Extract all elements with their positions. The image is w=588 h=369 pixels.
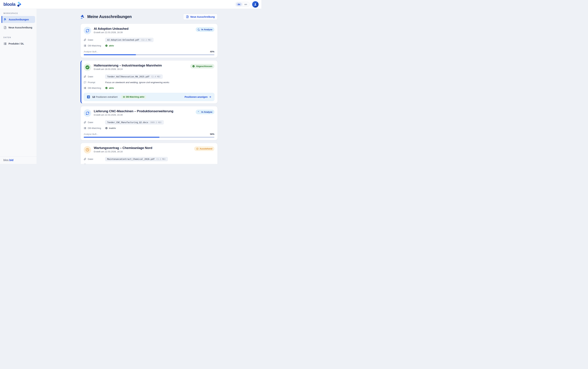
status-badge-in-analyse: In Analyse [196,27,214,32]
file-label: Datei [88,75,93,78]
db-matching-badge-label: DB-Matching aktiv [126,96,145,98]
file-pill: AI-Adoption-Unleashed.pdf (12.1 MB) [105,38,153,42]
check-circle-icon [85,65,90,70]
new-tender-button[interactable]: Neue Ausschreibung [183,14,218,20]
card-created-date: Erstellt am 22.03.2026, 16:39 [94,31,196,34]
bloola-logo[interactable]: bloola [3,1,22,8]
message-square-icon [84,164,86,164]
logo-diamonds-icon [16,1,22,8]
file-size: (1.1 MB) [156,158,166,160]
file-pill: Tender_HallRenovation_MA_2025.pdf (2.4 M… [105,74,163,79]
show-positions-label: Positionen anzeigen [185,96,208,98]
prompt-label: Prompt [88,81,95,84]
prompt-label: Prompt [88,164,95,164]
db-matching-label: DB-Matching [88,44,101,47]
language-switch: de en [235,2,250,7]
card-avatar [84,109,91,117]
file-row: Datei MaintenanceContract_Chemical_2026.… [84,157,214,161]
file-name: Tender_CNC_Manufacturing_Q2.docx [107,121,148,124]
show-positions-link[interactable]: Positionen anzeigen [185,96,211,98]
database-list-icon [84,127,86,129]
file-label: Datei [88,158,93,160]
tender-card-ai-adoption[interactable]: AI Adoption Unleashed Erstellt am 22.03.… [81,24,218,58]
file-name: Tender_HallRenovation_MA_2025.pdf [107,75,149,78]
file-label: Datei [88,39,93,41]
file-name: MaintenanceContract_Chemical_2026.pdf [107,158,155,160]
file-pill: MaintenanceContract_Chemical_2026.pdf (1… [105,157,168,161]
page-title: Meine Ausschreibungen [87,14,132,19]
main-content: Meine Ausschreibungen Neue Ausschreibung [37,9,261,164]
db-status-active: aktiv [105,87,114,89]
x-circle-icon [105,127,108,129]
card-avatar [84,146,91,154]
tender-card-cnc-maschinen[interactable]: Lieferung CNC-Maschinen – Produktionserw… [81,106,218,140]
sidebar-section-workspace: WORKSPACE [0,12,37,14]
positions-summary-bar: 12 Positionen extrahiert DB-Matching akt… [84,93,214,101]
sidebar-section-daten: DATEN [0,36,37,38]
sidebar-item-produkte[interactable]: Produkte / DL [1,40,35,47]
topbar: bloola de en [0,0,261,9]
gavel-icon [81,14,85,19]
tender-card-wartungsvertrag[interactable]: Wartungsvertrag – Chemieanlage Nord Erst… [81,143,218,164]
lang-de[interactable]: de [236,2,242,6]
lang-en[interactable]: en [243,2,249,6]
file-size: (869.1 KB) [150,121,162,124]
db-status-label: inaktiv [109,127,116,129]
positions-table-icon [87,95,90,99]
db-matching-row: DB-Matching aktiv [84,43,214,48]
status-badge-in-analyse: In Analyse [196,110,214,114]
file-upload-icon [4,26,7,29]
card-avatar [84,27,91,34]
progress-label: Analyse läuft... [84,50,98,53]
paperclip-icon [84,158,86,160]
arrow-right-icon [209,96,211,98]
database-list-icon [84,44,86,47]
file-size: (2.4 MB) [151,75,160,78]
card-created-date: Erstellt am 22.03.2026, 15:39 [94,113,196,116]
sidebar: WORKSPACE Ausschreibungen Neue Ausschrei… [0,9,37,164]
sidebar-item-label: Neue Ausschreibung [9,26,32,29]
status-badge-ausstehend: Ausstehend [194,146,214,151]
progress-bar [84,137,214,138]
paperclip-icon [84,121,86,124]
card-created-date: Erstellt am 22.03.2026, 16:16 [94,150,194,153]
card-title: Hallensanierung – Industrieanlage Mannhe… [94,64,190,67]
db-matching-label: DB-Matching [88,87,101,89]
footer-brand-gray: bloo. [3,159,9,162]
database-list-icon [4,42,7,45]
logo-text: bloola [3,2,15,7]
database-list-icon [84,87,86,89]
status-badge-label: Abgeschlossen [196,65,212,68]
sidebar-item-ausschreibungen[interactable]: Ausschreibungen [1,16,35,23]
db-status-active: aktiv [105,44,114,47]
card-title: Lieferung CNC-Maschinen – Produktionserw… [94,109,196,113]
progress-label: Analyse läuft... [84,133,98,135]
user-avatar-button[interactable] [252,1,259,8]
sidebar-item-neue-ausschreibung[interactable]: Neue Ausschreibung [1,24,35,31]
sync-icon [86,111,89,115]
db-matching-row: DB-Matching aktiv [84,86,214,90]
spinner-icon [198,111,200,113]
status-badge-label: In Analyse [201,28,212,31]
prompt-row: Prompt Include only electrical and instr… [84,163,214,164]
sidebar-item-label: Produkte / DL [9,42,24,45]
check-circle-icon [192,65,195,68]
sync-icon [86,29,89,32]
positions-text: Positionen extrahiert [96,96,117,98]
file-upload-icon [186,15,189,18]
lang-divider [242,3,242,6]
progress-bar-fill [84,54,136,55]
analysis-progress: Analyse läuft... 58% [84,133,214,138]
file-name: AI-Adoption-Unleashed.pdf [107,39,139,41]
sidebar-item-label: Ausschreibungen [9,18,29,21]
prompt-row: Prompt Focus on steelwork and welding, i… [84,80,214,84]
footer-brand-blue: bid [9,159,13,162]
spinner-icon [198,28,200,31]
prompt-text: Include only electrical and instrumentat… [105,164,157,164]
card-title: AI Adoption Unleashed [94,27,196,31]
tender-card-hallensanierung[interactable]: Hallensanierung – Industrieanlage Mannhe… [81,60,218,103]
db-matching-active-badge: DB-Matching aktiv [121,95,146,99]
file-label: Datei [88,121,93,124]
prompt-text: Focus on steelwork and welding, ignore c… [105,81,169,84]
paperclip-icon [84,75,86,78]
